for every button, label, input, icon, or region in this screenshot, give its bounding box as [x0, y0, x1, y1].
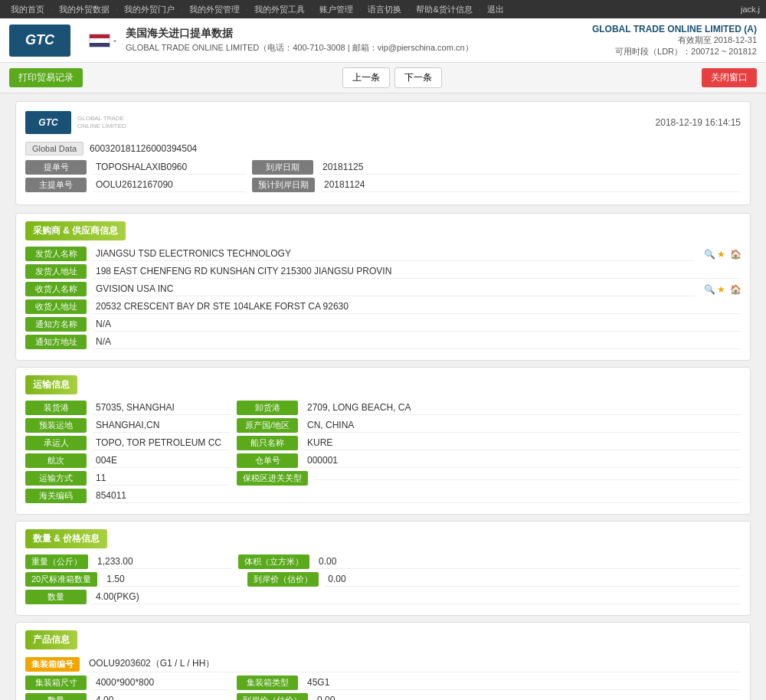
origin-country-value: CN, CHINA: [304, 418, 741, 433]
nav-account[interactable]: 账户管理: [315, 4, 358, 15]
notify-name-label: 通知方名称: [25, 317, 87, 332]
global-data-value: 600320181126000394504: [90, 143, 197, 154]
container-no-row: 集装箱编号 OOLU9203602（G1 / L / HH）: [25, 656, 741, 672]
buyer-supplier-header: 采购商 & 供应商信息: [25, 221, 126, 240]
container-type-value: 45G1: [304, 675, 741, 690]
product-header: 产品信息: [25, 630, 77, 649]
nav-management[interactable]: 我的外贸管理: [185, 4, 244, 15]
teu-row: 20尺标准箱数量 1.50 到岸价（估价） 0.00: [25, 572, 741, 587]
customs-code-value: 854011: [93, 489, 741, 503]
consignee-addr-value: 20532 CRESCENT BAY DR STE 104LAKE FORST …: [93, 299, 741, 314]
product-qty-label: 数量: [25, 693, 87, 700]
container-size-label: 集装箱尺寸: [25, 675, 87, 690]
master-bill-label: 主提单号: [25, 178, 87, 192]
consignee-home-icon[interactable]: 🏠: [730, 284, 741, 295]
warehouse-value: 000001: [304, 453, 741, 468]
nav-home[interactable]: 我的首页: [6, 4, 49, 15]
price-label: 到岸价（估价）: [247, 572, 319, 587]
global-data-label: Global Data: [25, 142, 83, 155]
next-button[interactable]: 下一条: [394, 67, 442, 88]
container-type-label: 集装箱类型: [237, 675, 298, 690]
shipper-star-icon[interactable]: ★: [717, 249, 728, 260]
teu-label: 20尺标准箱数量: [25, 572, 97, 587]
product-price-value: 0.00: [314, 693, 741, 700]
container-no-value: OOLU9203602（G1 / L / HH）: [86, 656, 741, 672]
main-content: GTC GLOBAL TRADEONLINE LIMITED 2018-12-1…: [0, 93, 766, 700]
voyage-row: 航次 004E 仓单号 000001: [25, 453, 741, 468]
pre-transport-label: 预装运地: [25, 418, 87, 433]
global-data-row: Global Data 600320181126000394504: [25, 142, 741, 155]
shipper-name-label: 发货人名称: [25, 247, 87, 261]
logo-area: GTC -: [9, 25, 116, 57]
buyer-supplier-section: 采购商 & 供应商信息 发货人名称 JIANGSU TSD ELECTRONIC…: [15, 213, 751, 361]
transport-mode-label: 运输方式: [25, 471, 87, 486]
vessel-label: 船只名称: [237, 436, 298, 450]
voyage-value: 004E: [93, 453, 231, 468]
transport-section: 运输信息 装货港 57035, SHANGHAI 卸货港 2709, LONG …: [15, 367, 751, 515]
arrival-date-label: 到岸日期: [252, 160, 313, 175]
validity-date: 有效期至 2018-12-31: [592, 34, 757, 46]
shipper-name-row: 发货人名称 JIANGSU TSD ELECTRONICS TECHNOLOGY…: [25, 247, 741, 261]
close-button[interactable]: 关闭窗口: [702, 68, 757, 87]
bill-no-value: TOPOSHALAXIB0960: [93, 160, 246, 175]
dest-port-value: 2709, LONG BEACH, CA: [304, 401, 741, 415]
record-card: GTC GLOBAL TRADEONLINE LIMITED 2018-12-1…: [15, 101, 751, 205]
master-bill-value: OOLU2612167090: [93, 178, 246, 192]
toolbar-center: 上一条 下一条: [342, 67, 442, 88]
flag-separator: -: [113, 35, 116, 46]
nav-logout[interactable]: 退出: [483, 4, 509, 15]
consignee-name-value: GVISION USA INC: [93, 282, 695, 296]
shipper-search-icon[interactable]: 🔍: [704, 249, 715, 260]
notify-name-value: N/A: [93, 317, 741, 332]
record-header: GTC GLOBAL TRADEONLINE LIMITED 2018-12-1…: [25, 111, 741, 134]
nav-portal[interactable]: 我的外贸门户: [119, 4, 179, 15]
est-arrival-label: 预计到岸日期: [252, 178, 315, 192]
header-subtitle: GLOBAL TRADE ONLINE LIMITED（电话：400-710-3…: [126, 42, 473, 54]
container-size-row: 集装箱尺寸 4000*900*800 集装箱类型 45G1: [25, 675, 741, 690]
weight-value: 1,233.00: [94, 554, 232, 569]
product-qty-row: 数量 4.00 到岸价（估价） 0.00: [25, 693, 741, 700]
consignee-search-icon[interactable]: 🔍: [704, 284, 715, 295]
pre-transport-value: SHANGHAI,CN: [93, 418, 231, 433]
print-button[interactable]: 打印贸易记录: [9, 68, 83, 87]
nav-trade-data[interactable]: 我的外贸数据: [54, 4, 114, 15]
logo: GTC: [9, 25, 70, 57]
port-row: 装货港 57035, SHANGHAI 卸货港 2709, LONG BEACH…: [25, 401, 741, 415]
customs-code-label: 海关编码: [25, 489, 87, 503]
consignee-name-actions: 🔍 ★ 🏠: [704, 284, 741, 295]
top-navigation: 我的首页 · 我的外贸数据 · 我的外贸门户 · 我的外贸管理 · 我的外贸工具…: [0, 0, 766, 18]
product-price-label: 到岸价（估价）: [237, 693, 308, 700]
page-title: 美国海关进口提单数据: [126, 27, 473, 41]
volume-value: 0.00: [316, 554, 741, 569]
bonded-label: 保税区进关关型: [237, 471, 308, 486]
consignee-addr-row: 收货人地址 20532 CRESCENT BAY DR STE 104LAKE …: [25, 299, 741, 314]
nav-language[interactable]: 语言切换: [363, 4, 406, 15]
vessel-value: KURE: [304, 436, 741, 450]
product-section: 产品信息 集装箱编号 OOLU9203602（G1 / L / HH） 集装箱尺…: [15, 622, 751, 700]
logo-text: GTC: [25, 32, 54, 48]
shipper-name-actions: 🔍 ★ 🏠: [704, 249, 741, 260]
nav-help[interactable]: 帮助&货计信息: [411, 4, 476, 15]
shipper-home-icon[interactable]: 🏠: [730, 249, 741, 260]
record-logo-sub: GLOBAL TRADEONLINE LIMITED: [77, 115, 126, 129]
dest-port-label: 卸货港: [237, 401, 298, 415]
prev-button[interactable]: 上一条: [342, 67, 390, 88]
carrier-label: 承运人: [25, 436, 87, 450]
notify-addr-value: N/A: [93, 335, 741, 349]
notify-addr-label: 通知方地址: [25, 335, 87, 349]
ldr-info: 可用时段（LDR）：200712 ~ 201812: [592, 46, 757, 57]
record-date: 2018-12-19 16:14:15: [656, 117, 741, 128]
bonded-value: [314, 476, 741, 480]
container-no-label: 集装箱编号: [25, 657, 80, 672]
nav-tools[interactable]: 我的外贸工具: [250, 4, 309, 15]
weight-label: 重量（公斤）: [25, 554, 88, 569]
quantity-header: 数量 & 价格信息: [25, 529, 107, 548]
header-right: GLOBAL TRADE ONLINE LIMITED (A) 有效期至 201…: [592, 24, 757, 57]
product-qty-value: 4.00: [93, 693, 231, 700]
customs-code-row: 海关编码 854011: [25, 489, 741, 503]
us-flag: [89, 34, 110, 47]
notify-addr-row: 通知方地址 N/A: [25, 335, 741, 349]
flag-area: -: [89, 34, 116, 47]
consignee-star-icon[interactable]: ★: [717, 284, 728, 295]
volume-label: 体积（立方米）: [238, 554, 309, 569]
